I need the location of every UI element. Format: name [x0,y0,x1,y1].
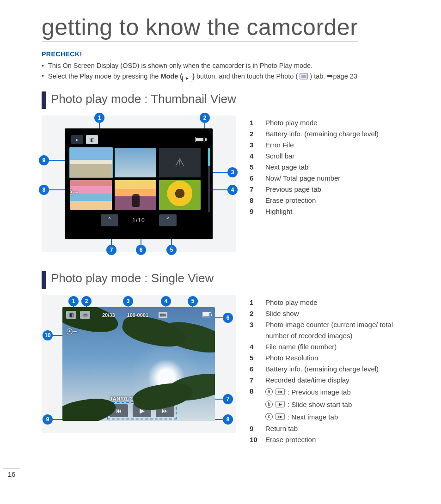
page-ref: page 23 [333,73,357,80]
prev-image-icon: ⏮ [276,389,285,395]
section-bar [42,271,46,288]
page-counter: 1/10 [132,217,145,224]
video-mode-icon[interactable]: ▸ [71,135,83,144]
section-header: Photo play mode : Single View [42,271,413,288]
callout-4: 4 [227,185,238,195]
screen-single: ◧ ▭ 20/33 100-0001 8M ⦿┉ JAN/01/2010 12:… [62,307,215,421]
pager: ˄ 1/10 ˅ [69,214,208,226]
photo-mode-icon[interactable]: ◧ [66,311,76,319]
legend-item: Photo Resolution [250,352,413,364]
sub-b-label: b [265,401,273,408]
callout-2: 2 [81,296,92,306]
erase-protection-icon: ⦿┉ [70,189,78,196]
prev-image-button[interactable]: ⏮ [110,404,128,417]
legend-list-thumbnail: Photo play mode Battery info. (remaining… [250,117,413,217]
callout-5: 5 [166,245,177,255]
legend-item: File name (file number) [250,341,413,352]
thumbnail-highlighted[interactable] [70,148,112,177]
figure-single-view: 1 2 3 4 5 6 10 7 8 9 [42,295,236,433]
callout-4: 4 [161,296,171,306]
legend-list-single-tail: Return tab Erase protection [250,423,413,445]
sub-c-text: : Next image tab [288,411,338,423]
thumbnail[interactable] [115,180,156,210]
osd-top-bar: ◧ ▭ 20/33 100-0001 8M [66,310,211,320]
sub-a-label: a [265,388,273,395]
erase-protection-icon: ⦿┉ [66,328,77,336]
callout-9: 9 [39,155,49,165]
legend-item: Erase protection [250,195,413,206]
callout-6: 6 [136,245,146,255]
battery-icon [202,312,211,317]
thumbnail[interactable] [159,180,201,210]
legend-item: Photo play mode [250,117,413,128]
legend-item: Erase protection [250,434,413,445]
thumbnail-grid: ⚠ ⦿┉ [69,146,208,210]
callout-8: 8 [223,414,233,425]
section-bar [42,91,46,109]
slideshow-start-button[interactable]: ▶ [133,404,151,417]
legend-item: Next page tab [250,162,413,173]
legend-list-single: Photo play mode Slide show Photo image c… [250,297,413,398]
legend-item: Now/ Total page number [250,173,413,184]
figure-thumbnail-view: 1 2 3 4 5 6 7 8 9 [42,115,236,252]
callout-7: 7 [106,245,116,255]
resolution-badge: 8M [159,312,167,318]
callout-6: 6 [223,313,233,323]
legend-item: Highlight [250,206,413,217]
legend-item: Battery info. (remaining charge level) [250,128,413,140]
section-header: Photo play mode : Thumbnail View [42,91,413,109]
page-title: getting to know the camcorder [42,14,358,42]
legend-item: Slide show [250,308,413,319]
recorded-datetime: JAN/01/2010 12:00 AM [62,396,215,401]
battery-icon [195,137,205,142]
mode-icon: ▶ [182,76,192,82]
callout-1: 1 [94,113,104,123]
slideshow-icon[interactable]: ▭ [80,311,90,319]
next-image-button[interactable]: ⏭ [156,404,174,417]
sub-c-label: c [265,413,273,420]
thumbnail-error[interactable]: ⚠ [159,148,201,177]
callout-9: 9 [43,414,53,425]
thumbnail[interactable]: ⦿┉ [70,180,112,210]
callout-8: 8 [39,185,49,195]
legend-item: Photo image counter (current image/ tota… [250,319,413,341]
callout-2: 2 [200,113,210,123]
legend-item: Photo play mode [250,297,413,308]
return-button[interactable]: ↩ [66,404,85,417]
legend-8-subitems: b ▶ : Slide show start tab c ⏭ : Next im… [250,398,413,423]
next-page-button[interactable]: ˅ [159,214,177,226]
sub-a-text: : Previous image tab [288,386,351,398]
callout-3: 3 [123,296,133,306]
precheck-heading: PRECHECK! [42,50,413,58]
legend-item: Error File [250,140,413,151]
legend-item: Recorded date/time display [250,375,413,386]
osd-control-bar: ↩ ⏮ ▶ ⏭ [66,403,211,418]
section-title: Photo play mode : Thumbnail View [51,91,236,109]
legend-item-8: a ⏮ : Previous image tab [250,386,413,398]
scrollbar[interactable] [208,148,210,213]
sub-b-text: : Slide show start tab [288,398,352,411]
precheck-item: This On Screen Display (OSD) is shown on… [42,61,413,71]
legend-item: Scroll bar [250,151,413,162]
callout-7: 7 [223,394,233,404]
next-image-icon: ⏭ [276,413,285,420]
callout-10: 10 [43,330,53,340]
arrow-ref-icon: ➥ [327,72,333,80]
precheck-list: This On Screen Display (OSD) is shown on… [42,61,413,82]
page-number: 16 [0,468,23,478]
legend-item: Previous page tab [250,184,413,195]
playback-control-group: ⏮ ▶ ⏭ [110,404,174,417]
precheck-item: Select the Play mode by pressing the Mod… [42,71,413,82]
image-counter: 20/33 [102,312,115,318]
photo-mode-icon[interactable]: ◧ [86,135,98,144]
legend-item: Return tab [250,423,413,434]
thumbnail[interactable] [115,148,156,177]
photo-tab-icon [300,73,308,79]
section-title: Photo play mode : Single View [51,271,214,288]
callout-1: 1 [68,296,79,306]
file-name: 100-0001 [127,312,149,318]
callout-3: 3 [227,167,238,177]
prev-page-button[interactable]: ˄ [101,214,118,226]
screen-thumbnail: ▸ ◧ ⚠ ⦿┉ [65,128,213,239]
legend-item: Battery info. (remaining charge level) [250,364,413,375]
